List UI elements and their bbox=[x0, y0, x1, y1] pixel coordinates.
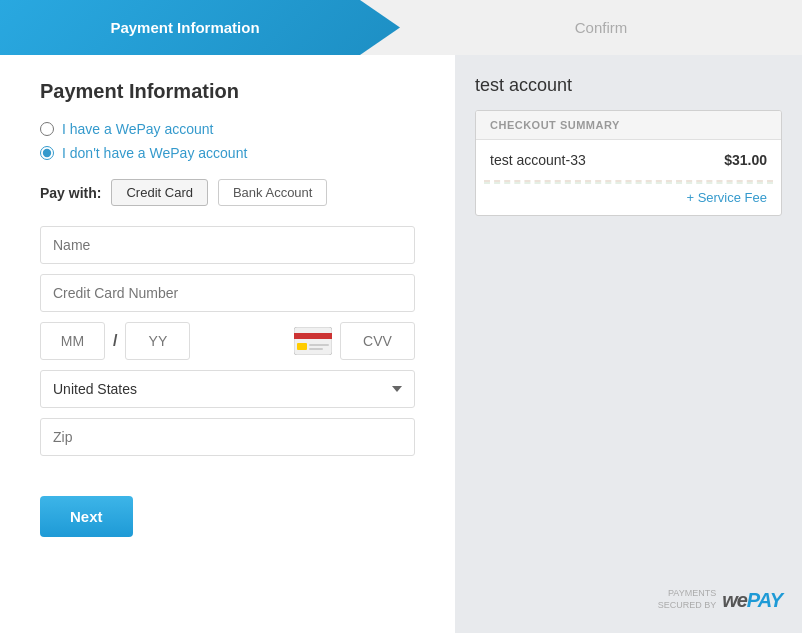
panel-title: Payment Information bbox=[40, 80, 415, 103]
wepay-footer: PAYMENTS SECURED BY wePAY bbox=[475, 567, 782, 613]
credit-card-tab[interactable]: Credit Card bbox=[111, 179, 207, 206]
cvv-input[interactable] bbox=[340, 322, 415, 360]
right-panel: test account CHECKOUT SUMMARY test accou… bbox=[455, 55, 802, 633]
svg-rect-3 bbox=[309, 344, 329, 346]
country-field-group: United States Canada United Kingdom bbox=[40, 370, 415, 408]
card-number-input[interactable] bbox=[40, 274, 415, 312]
pay-with-label: Pay with: bbox=[40, 185, 101, 201]
card-icon bbox=[294, 327, 332, 355]
name-field-group bbox=[40, 226, 415, 264]
zip-input[interactable] bbox=[40, 418, 415, 456]
expiry-mm-input[interactable] bbox=[40, 322, 105, 360]
checkout-item-price: $31.00 bbox=[724, 152, 767, 168]
bank-account-tab[interactable]: Bank Account bbox=[218, 179, 328, 206]
radio-have-account-label: I have a WePay account bbox=[62, 121, 214, 137]
svg-rect-2 bbox=[297, 343, 307, 350]
checkout-summary-box: CHECKOUT SUMMARY test account-33 $31.00 … bbox=[475, 110, 782, 216]
expiry-cvv-row: / bbox=[40, 322, 415, 360]
nav-step2-label: Confirm bbox=[575, 19, 628, 36]
radio-group: I have a WePay account I don't have a We… bbox=[40, 121, 415, 161]
checkout-summary-row: test account-33 $31.00 bbox=[476, 140, 781, 180]
radio-no-account-input[interactable] bbox=[40, 146, 54, 160]
wepay-secured-text: PAYMENTS SECURED BY bbox=[658, 588, 717, 611]
country-select[interactable]: United States Canada United Kingdom bbox=[40, 370, 415, 408]
account-name: test account bbox=[475, 75, 782, 96]
service-fee-row: + Service Fee bbox=[476, 184, 781, 215]
nav-step-payment: Payment Information bbox=[0, 0, 400, 55]
checkout-item-name: test account-33 bbox=[490, 152, 586, 168]
zip-field-group bbox=[40, 418, 415, 456]
wepay-logo: wePAY bbox=[722, 587, 782, 613]
expiry-separator: / bbox=[113, 332, 117, 350]
nav-bar: Payment Information Confirm bbox=[0, 0, 802, 55]
radio-no-account-label: I don't have a WePay account bbox=[62, 145, 247, 161]
svg-rect-0 bbox=[294, 327, 332, 355]
left-panel: Payment Information I have a WePay accou… bbox=[0, 55, 455, 633]
svg-rect-4 bbox=[309, 348, 323, 350]
radio-have-account[interactable]: I have a WePay account bbox=[40, 121, 415, 137]
wavy-divider-bottom bbox=[484, 182, 773, 184]
nav-step1-label: Payment Information bbox=[110, 19, 259, 36]
pay-with-row: Pay with: Credit Card Bank Account bbox=[40, 179, 415, 206]
next-button[interactable]: Next bbox=[40, 496, 133, 537]
expiry-yy-input[interactable] bbox=[125, 322, 190, 360]
name-input[interactable] bbox=[40, 226, 415, 264]
radio-have-account-input[interactable] bbox=[40, 122, 54, 136]
card-number-field-group bbox=[40, 274, 415, 312]
radio-no-account[interactable]: I don't have a WePay account bbox=[40, 145, 415, 161]
nav-step-confirm: Confirm bbox=[400, 0, 802, 55]
app-container: Payment Information Confirm Payment Info… bbox=[0, 0, 802, 633]
wepay-secured-line1: PAYMENTS bbox=[668, 588, 716, 598]
wepay-secured-line2: SECURED BY bbox=[658, 600, 717, 610]
checkout-summary-header: CHECKOUT SUMMARY bbox=[476, 111, 781, 140]
content-area: Payment Information I have a WePay accou… bbox=[0, 55, 802, 633]
svg-rect-1 bbox=[294, 333, 332, 339]
